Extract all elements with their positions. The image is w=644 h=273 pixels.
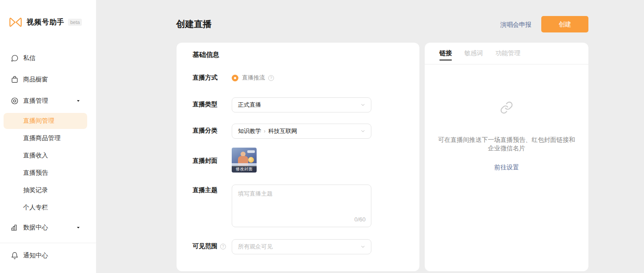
sidebar-item-label: 直播收入 [23, 152, 48, 160]
sidebar-item-live-manage[interactable]: 直播管理 [0, 90, 96, 112]
live-category-select[interactable]: 知识教学 › 科技互联网 [232, 124, 371, 139]
live-type-select[interactable]: 正式直播 [232, 97, 371, 112]
sidebar-item-messages[interactable]: 私信 [0, 48, 96, 69]
radio-option-label: 直播推流 [242, 74, 265, 82]
sidebar-item-label: 数据中心 [23, 224, 48, 232]
beta-badge: beta [68, 19, 82, 26]
sidebar-item-lottery[interactable]: 抽奖记录 [4, 182, 87, 198]
sidebar-nav: 私信 商品橱窗 直播管理 直播间管理 直播商品管理 直播收入 [0, 48, 96, 268]
chevron-down-icon[interactable] [76, 225, 81, 230]
visibility-label: 可见范围 ? [193, 242, 226, 250]
category-separator: › [264, 128, 266, 134]
live-type-label: 直播类型 [193, 100, 217, 108]
live-topic-label: 直播主题 [193, 186, 217, 194]
cover-text-chip [247, 150, 255, 153]
chevron-down-icon[interactable] [76, 98, 81, 104]
sidebar-item-live-income[interactable]: 直播收入 [4, 148, 87, 164]
live-method-label: 直播方式 [193, 74, 217, 82]
sidebar-item-label: 个人专栏 [23, 204, 48, 212]
bell-icon [11, 252, 19, 260]
sidebar-item-column[interactable]: 个人专栏 [4, 200, 87, 216]
sidebar-item-live-goods[interactable]: 直播商品管理 [4, 130, 87, 146]
visibility-select[interactable]: 所有观众可见 [232, 239, 371, 254]
sidebar-item-live-trailer[interactable]: 直播预告 [4, 165, 87, 181]
help-question-icon[interactable]: ? [220, 244, 226, 249]
sidebar-item-label: 商品橱窗 [23, 76, 48, 84]
chevron-down-icon [360, 128, 366, 134]
go-to-settings-link[interactable]: 前往设置 [494, 164, 519, 172]
channels-logo-icon [9, 16, 22, 28]
sidebar-item-notify-center[interactable]: 通知中心 [0, 243, 96, 268]
sidebar-item-label: 直播管理 [23, 97, 48, 105]
basic-info-card: 基础信息 直播方式 直播推流 ? 直播类型 正式直播 直播分类 知识教学 › 科… [177, 43, 419, 271]
live-cover-label: 直播封面 [193, 157, 217, 165]
sidebar: 视频号助手 beta 私信 商品橱窗 直播管理 直播间管理 [0, 0, 96, 273]
edit-cover-overlay[interactable]: 修改封面 [232, 166, 257, 173]
chevron-down-icon [360, 244, 366, 249]
sidebar-item-label: 私信 [23, 54, 36, 62]
concert-apply-link[interactable]: 演唱会申报 [500, 21, 531, 29]
tab-links[interactable]: 链接 [439, 43, 452, 64]
shopping-bag-icon [11, 76, 19, 84]
sidebar-item-label: 直播商品管理 [23, 134, 60, 142]
sidebar-item-label: 直播预告 [23, 169, 48, 177]
bar-chart-icon [11, 224, 19, 232]
page-title: 创建直播 [176, 18, 212, 30]
live-topic-box: 0/60 [232, 185, 371, 227]
category-secondary: 科技互联网 [268, 127, 297, 135]
help-question-icon[interactable]: ? [268, 75, 274, 81]
sidebar-item-label: 通知中心 [23, 252, 48, 260]
sidebar-item-shop-window[interactable]: 商品橱窗 [0, 69, 96, 90]
live-category-label: 直播分类 [193, 127, 217, 135]
sidebar-item-label: 直播间管理 [23, 117, 54, 125]
category-primary: 知识教学 [238, 127, 261, 135]
tab-sensitive-words[interactable]: 敏感词 [464, 43, 483, 64]
app-logo-row: 视频号助手 beta [0, 0, 96, 28]
link-chain-icon [500, 101, 513, 114]
link-tools-card: 链接 敏感词 功能管理 可在直播间推送下一场直播预告、红包封面链接和企业微信名片… [425, 43, 588, 271]
live-topic-input[interactable] [232, 185, 371, 215]
live-cover-thumbnail[interactable]: 修改封面 [232, 148, 257, 173]
sidebar-item-label: 抽奖记录 [23, 186, 48, 194]
radio-selected-icon[interactable] [232, 75, 238, 81]
panel-body: 可在直播间推送下一场直播预告、红包封面链接和企业微信名片 前往设置 [425, 64, 588, 172]
visibility-value: 所有观众可见 [238, 243, 273, 251]
sidebar-item-data-center[interactable]: 数据中心 [0, 217, 96, 238]
record-circle-icon [11, 97, 19, 105]
panel-empty-text: 可在直播间推送下一场直播预告、红包封面链接和企业微信名片 [436, 136, 577, 153]
chevron-down-icon [360, 102, 366, 108]
live-method-radio-row: 直播推流 ? [232, 74, 274, 82]
create-button[interactable]: 创建 [541, 16, 588, 32]
section-title: 基础信息 [193, 51, 219, 59]
char-counter: 0/60 [354, 216, 366, 223]
tab-feature-manage[interactable]: 功能管理 [495, 43, 520, 64]
live-type-value: 正式直播 [238, 101, 261, 109]
app-title: 视频号助手 [27, 18, 64, 27]
sidebar-item-live-rooms[interactable]: 直播间管理 [4, 113, 87, 129]
chat-bubble-icon [11, 54, 19, 62]
panel-tabs: 链接 敏感词 功能管理 [425, 43, 588, 64]
live-manage-submenu: 直播间管理 直播商品管理 直播收入 直播预告 抽奖记录 个人专栏 [0, 113, 96, 216]
cover-coin-icon [248, 157, 254, 163]
